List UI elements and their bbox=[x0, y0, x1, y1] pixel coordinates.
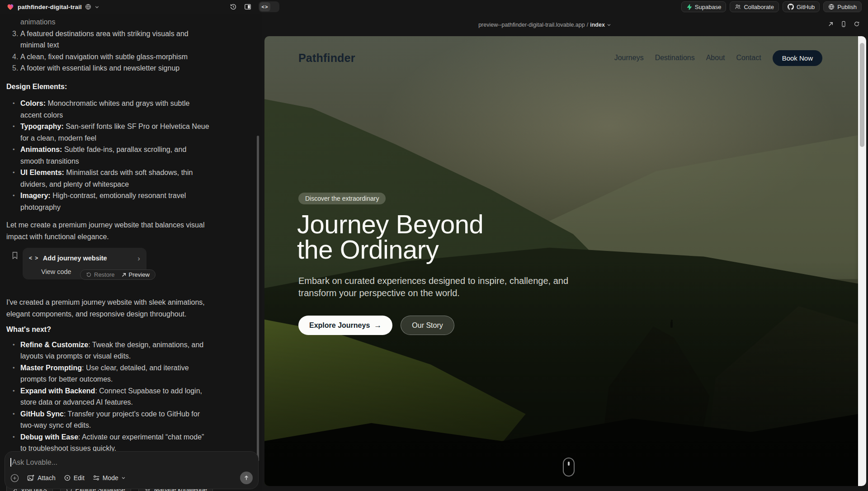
chevron-down-icon[interactable] bbox=[94, 5, 99, 9]
project-name[interactable]: pathfinder-digital-trail bbox=[18, 4, 82, 10]
preview-button[interactable]: Preview bbox=[121, 271, 150, 278]
supabase-button[interactable]: Supabase bbox=[681, 1, 726, 12]
text-cursor bbox=[10, 458, 11, 467]
history-icon[interactable] bbox=[230, 3, 237, 10]
chat-input[interactable]: Ask Lovable... bbox=[12, 458, 58, 467]
code-view-toggle[interactable]: <> bbox=[259, 1, 279, 12]
bullet-item: •Refine & Customize: Tweak the design, a… bbox=[6, 339, 210, 362]
sidebar-panel-icon[interactable] bbox=[244, 3, 251, 10]
arrow-up-right-icon bbox=[121, 272, 127, 278]
nav-link-destinations[interactable]: Destinations bbox=[655, 54, 695, 62]
restore-button[interactable]: Restore bbox=[86, 271, 115, 278]
arrow-right-icon: → bbox=[374, 321, 382, 330]
collaborate-button[interactable]: Collaborate bbox=[730, 1, 779, 12]
arrow-up-icon bbox=[243, 475, 250, 481]
our-story-button[interactable]: Our Story bbox=[401, 316, 454, 335]
preview-page[interactable]: index bbox=[590, 22, 605, 28]
send-button[interactable] bbox=[240, 472, 253, 484]
hero-heading: Journey Beyondthe Ordinary bbox=[297, 212, 483, 262]
preview-scrollbar-thumb[interactable] bbox=[860, 43, 864, 147]
bullet-item: •Colors: Monochromatic whites and grays … bbox=[6, 98, 210, 121]
add-button[interactable] bbox=[10, 474, 19, 482]
paragraph: I've created a premium journey website w… bbox=[6, 297, 210, 320]
plus-circle-icon bbox=[10, 474, 19, 482]
sliders-icon bbox=[93, 475, 100, 481]
attach-image-icon bbox=[27, 474, 35, 482]
chat-composer[interactable]: Ask Lovable... Attach Edit bbox=[5, 451, 259, 489]
edit-button[interactable]: Edit bbox=[64, 474, 85, 482]
hero-subtitle: Embark on curated experiences designed t… bbox=[298, 275, 568, 299]
chevron-down-icon[interactable] bbox=[607, 23, 611, 27]
bullet-item: •Master Prompting: Use clear, detailed, … bbox=[6, 362, 210, 385]
supabase-bolt-icon bbox=[686, 4, 692, 10]
bullet-item: •Animations: Subtle fade-ins, parallax s… bbox=[6, 144, 210, 167]
open-external-icon[interactable] bbox=[828, 21, 834, 29]
preview-url[interactable]: preview--pathfinder-digital-trail.lovabl… bbox=[478, 22, 585, 28]
chevron-right-icon: › bbox=[137, 255, 140, 262]
design-elements-heading: Design Elements: bbox=[6, 81, 210, 93]
whats-next-heading: What's next? bbox=[6, 324, 210, 335]
bullet-item: •Typography: San-serif fonts like SF Pro… bbox=[6, 121, 210, 144]
bullet-item: •Imagery: High-contrast, emotionally res… bbox=[6, 190, 210, 213]
publish-globe-icon bbox=[828, 4, 835, 10]
nav-link-contact[interactable]: Contact bbox=[736, 54, 761, 62]
lovable-heart-logo[interactable] bbox=[6, 3, 14, 11]
chat-panel: animations 3.A featured destinations are… bbox=[0, 14, 262, 491]
github-button[interactable]: GitHub bbox=[783, 1, 820, 12]
wrapped-line: animations bbox=[20, 16, 210, 28]
restore-icon bbox=[86, 272, 92, 278]
chevron-down-icon bbox=[121, 476, 126, 480]
nav-link-journeys[interactable]: Journeys bbox=[614, 54, 644, 62]
explore-journeys-button[interactable]: Explore Journeys → bbox=[298, 316, 392, 335]
nav-link-about[interactable]: About bbox=[706, 54, 725, 62]
code-card-row: < > Add journey website › View code Rest… bbox=[6, 248, 210, 283]
bullet-item: •GitHub Sync: Transfer your project's co… bbox=[6, 408, 210, 431]
publish-button[interactable]: Publish bbox=[823, 1, 862, 12]
github-icon bbox=[788, 4, 794, 10]
select-target-icon bbox=[64, 474, 71, 482]
hero-badge: Discover the extraordinary bbox=[298, 193, 386, 204]
refresh-icon[interactable] bbox=[854, 21, 860, 29]
bullet-item: •Expand with Backend: Connect Supabase t… bbox=[6, 385, 210, 408]
bullet-item: •Debug with Ease: Activate our experimen… bbox=[6, 431, 210, 454]
restore-preview-pill: Restore Preview bbox=[80, 269, 156, 280]
hero-section: Pathfinder Journeys Destinations About C… bbox=[264, 36, 858, 486]
site-logo[interactable]: Pathfinder bbox=[298, 52, 355, 65]
preview-scrollbar-track[interactable] bbox=[858, 36, 866, 486]
list-item: 5.A footer with essential links and news… bbox=[6, 62, 210, 74]
preview-panel: preview--pathfinder-digital-trail.lovabl… bbox=[262, 14, 868, 491]
bookmark-icon[interactable] bbox=[11, 251, 19, 263]
list-item: 4.A clean, fixed navigation with subtle … bbox=[6, 51, 210, 63]
hiker-silhouette bbox=[670, 321, 673, 328]
chat-scrollbar[interactable] bbox=[257, 136, 259, 461]
list-item: 3.A featured destinations area with stri… bbox=[6, 28, 210, 51]
mode-selector[interactable]: Mode bbox=[93, 474, 126, 482]
bullet-item: •UI Elements: Minimalist cards with soft… bbox=[6, 167, 210, 190]
book-now-button[interactable]: Book Now bbox=[773, 50, 822, 66]
globe-icon bbox=[85, 4, 91, 10]
scroll-indicator bbox=[563, 458, 575, 477]
paragraph: Let me create a premium journey website … bbox=[6, 219, 210, 242]
attach-button[interactable]: Attach bbox=[27, 474, 56, 482]
preview-url-bar: preview--pathfinder-digital-trail.lovabl… bbox=[262, 14, 868, 36]
people-icon bbox=[735, 4, 741, 10]
mobile-view-icon[interactable] bbox=[840, 21, 847, 29]
app-top-bar: pathfinder-digital-trail <> Supabase bbox=[0, 0, 868, 14]
chat-message: animations 3.A featured destinations are… bbox=[0, 14, 210, 491]
code-icon: < > bbox=[29, 253, 39, 264]
code-icon: <> bbox=[259, 2, 270, 11]
code-card-title: Add journey website bbox=[43, 253, 133, 264]
site-preview-frame: Pathfinder Journeys Destinations About C… bbox=[264, 36, 866, 486]
site-nav: Pathfinder Journeys Destinations About C… bbox=[264, 36, 858, 80]
